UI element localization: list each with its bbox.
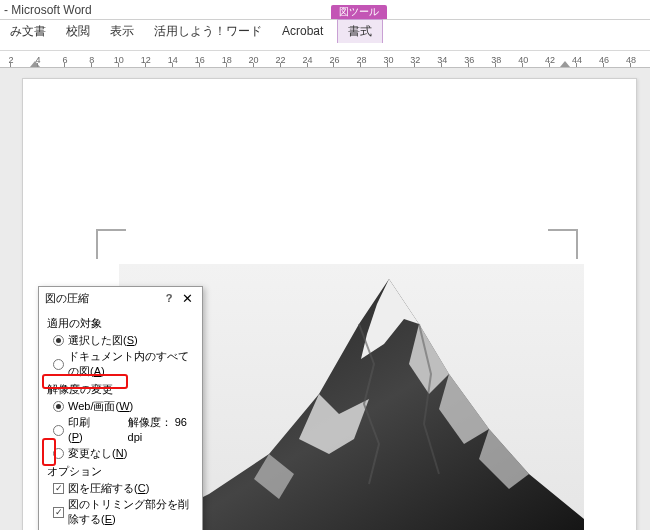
section-options: オプション [47, 464, 194, 479]
document-area: 図の圧縮 ? ✕ 適用の対象 選択した図(S) ドキュメント内のすべての図(A)… [0, 68, 650, 530]
radio-all-pictures[interactable]: ドキュメント内のすべての図(A) [53, 349, 194, 379]
check-compress-pictures[interactable]: 図を圧縮する(C) [53, 481, 194, 496]
radio-icon [53, 335, 64, 346]
radio-icon [53, 401, 64, 412]
menu-item[interactable]: 校閲 [56, 20, 100, 43]
checkbox-icon [53, 507, 64, 518]
compress-pictures-dialog: 図の圧縮 ? ✕ 適用の対象 選択した図(S) ドキュメント内のすべての図(A)… [38, 286, 203, 530]
dialog-titlebar[interactable]: 図の圧縮 ? ✕ [39, 287, 202, 309]
radio-no-change[interactable]: 変更なし(N) [53, 446, 194, 461]
checkbox-icon [53, 483, 64, 494]
radio-web-screen[interactable]: Web/画面(W) [53, 399, 194, 414]
menu-item[interactable]: 活用しよう！ワード [144, 20, 272, 43]
title-text: - Microsoft Word [4, 3, 92, 17]
menu-item[interactable]: Acrobat [272, 21, 333, 41]
radio-icon [53, 425, 64, 436]
contextual-tab-group: 図ツール [331, 5, 387, 19]
ribbon-tabs: み文書 校閲 表示 活用しよう！ワード Acrobat 図ツール 書式 [0, 20, 650, 42]
crop-handle-top-right[interactable] [548, 229, 578, 259]
radio-icon [53, 448, 64, 459]
radio-selected-pictures[interactable]: 選択した図(S) [53, 333, 194, 348]
menu-item[interactable]: 表示 [100, 20, 144, 43]
title-bar: - Microsoft Word [0, 0, 650, 20]
right-indent-marker[interactable] [560, 61, 570, 67]
crop-handle-top-left[interactable] [96, 229, 126, 259]
menu-item[interactable]: み文書 [0, 20, 56, 43]
check-delete-cropped[interactable]: 図のトリミング部分を削除する(E) [53, 497, 194, 527]
horizontal-ruler[interactable]: 2468101214161820222426283032343638404244… [0, 50, 650, 68]
close-button[interactable]: ✕ [178, 291, 196, 306]
menu-item-format[interactable]: 書式 [337, 19, 383, 43]
resolution-value: 解像度： 96 dpi [128, 415, 194, 445]
help-button[interactable]: ? [160, 292, 178, 304]
radio-icon [53, 359, 64, 370]
section-resolution: 解像度の変更 [47, 382, 194, 397]
section-apply-to: 適用の対象 [47, 316, 194, 331]
dialog-title: 図の圧縮 [45, 291, 160, 306]
radio-print[interactable]: 印刷(P) 解像度： 96 dpi [53, 415, 194, 445]
